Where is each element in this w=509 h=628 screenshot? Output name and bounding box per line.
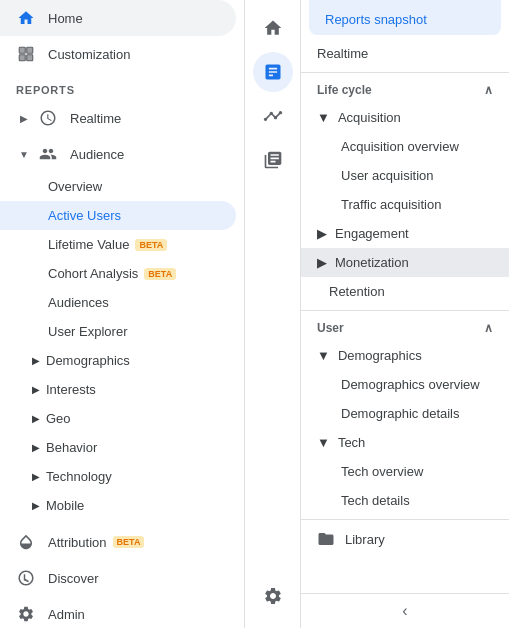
nav-lifetime-value[interactable]: Lifetime Value BETA bbox=[0, 230, 236, 259]
nav-technology[interactable]: ▶ Technology bbox=[0, 462, 236, 491]
geo-label: Geo bbox=[46, 411, 71, 426]
nav-overview[interactable]: Overview bbox=[0, 172, 236, 201]
lifecycle-collapse-icon[interactable]: ∧ bbox=[484, 83, 493, 97]
reports-section-label: REPORTS bbox=[0, 72, 244, 100]
cohort-analysis-beta: BETA bbox=[144, 268, 176, 280]
overview-label: Overview bbox=[48, 179, 102, 194]
library-label: Library bbox=[345, 532, 385, 547]
icon-bar-library[interactable] bbox=[253, 140, 293, 180]
behavior-label: Behavior bbox=[46, 440, 97, 455]
reports-snapshot-header: Reports snapshot bbox=[309, 0, 501, 35]
nav-user-explorer[interactable]: User Explorer bbox=[0, 317, 236, 346]
r-demographics[interactable]: ▼ Demographics bbox=[301, 341, 509, 370]
monetization-label: Monetization bbox=[335, 255, 409, 270]
nav-discover[interactable]: Discover bbox=[0, 560, 236, 596]
nav-audience[interactable]: ▼ Audience bbox=[0, 136, 236, 172]
audience-arrow-icon: ▼ bbox=[16, 146, 32, 162]
audiences-label: Audiences bbox=[48, 295, 109, 310]
realtime-arrow-icon: ▶ bbox=[16, 110, 32, 126]
demographics2-label: Demographics bbox=[338, 348, 422, 363]
nav-home[interactable]: Home bbox=[0, 0, 236, 36]
r-traffic-acquisition[interactable]: Traffic acquisition bbox=[301, 190, 509, 219]
r-user-section: User ∧ bbox=[301, 310, 509, 341]
r-back-button[interactable]: ‹ bbox=[301, 593, 509, 628]
r-tech-overview[interactable]: Tech overview bbox=[301, 457, 509, 486]
icon-bar-home[interactable] bbox=[253, 8, 293, 48]
technology-label: Technology bbox=[46, 469, 112, 484]
discover-label: Discover bbox=[48, 571, 99, 586]
active-users-label: Active Users bbox=[48, 208, 121, 223]
customization-icon bbox=[16, 44, 36, 64]
interests-arrow-icon: ▶ bbox=[32, 384, 40, 395]
r-tech[interactable]: ▼ Tech bbox=[301, 428, 509, 457]
lifetime-value-beta: BETA bbox=[135, 239, 167, 251]
tech-arrow-icon: ▼ bbox=[317, 435, 330, 450]
user-explorer-label: User Explorer bbox=[48, 324, 127, 339]
attribution-label: Attribution bbox=[48, 535, 107, 550]
tech-label: Tech bbox=[338, 435, 365, 450]
nav-admin[interactable]: Admin bbox=[0, 596, 236, 628]
monetization-arrow-icon: ▶ bbox=[317, 255, 327, 270]
demographics-label: Demographics bbox=[46, 353, 130, 368]
r-library[interactable]: Library bbox=[301, 519, 509, 558]
demographics-arrow-icon: ▶ bbox=[32, 355, 40, 366]
nav-audiences[interactable]: Audiences bbox=[0, 288, 236, 317]
attribution-icon bbox=[16, 532, 36, 552]
lifecycle-label: Life cycle bbox=[317, 83, 372, 97]
behavior-arrow-icon: ▶ bbox=[32, 442, 40, 453]
r-monetization[interactable]: ▶ Monetization bbox=[301, 248, 509, 277]
nav-customization[interactable]: Customization bbox=[0, 36, 236, 72]
r-realtime[interactable]: Realtime bbox=[301, 39, 509, 68]
r-engagement[interactable]: ▶ Engagement bbox=[301, 219, 509, 248]
customization-label: Customization bbox=[48, 47, 130, 62]
attribution-beta: BETA bbox=[113, 536, 145, 548]
user-collapse-icon[interactable]: ∧ bbox=[484, 321, 493, 335]
icon-bar-settings[interactable] bbox=[253, 576, 293, 616]
admin-icon bbox=[16, 604, 36, 624]
r-retention[interactable]: Retention bbox=[301, 277, 509, 306]
engagement-arrow-icon: ▶ bbox=[317, 226, 327, 241]
back-chevron-icon: ‹ bbox=[402, 602, 407, 620]
right-panel: Reports snapshot Realtime Life cycle ∧ ▼… bbox=[301, 0, 509, 628]
nav-behavior[interactable]: ▶ Behavior bbox=[0, 433, 236, 462]
r-acquisition-overview[interactable]: Acquisition overview bbox=[301, 132, 509, 161]
demographics2-arrow-icon: ▼ bbox=[317, 348, 330, 363]
home-label: Home bbox=[48, 11, 83, 26]
user-section-label: User bbox=[317, 321, 344, 335]
lifetime-value-label: Lifetime Value bbox=[48, 237, 129, 252]
library-folder-icon bbox=[317, 530, 335, 548]
acquisition-label: Acquisition bbox=[338, 110, 401, 125]
audience-label: Audience bbox=[70, 147, 124, 162]
realtime-label: Realtime bbox=[70, 111, 121, 126]
r-user-acquisition[interactable]: User acquisition bbox=[301, 161, 509, 190]
nav-cohort-analysis[interactable]: Cohort Analysis BETA bbox=[0, 259, 236, 288]
r-lifecycle-section: Life cycle ∧ bbox=[301, 72, 509, 103]
r-demographic-details[interactable]: Demographic details bbox=[301, 399, 509, 428]
geo-arrow-icon: ▶ bbox=[32, 413, 40, 424]
interests-label: Interests bbox=[46, 382, 96, 397]
acquisition-arrow-icon: ▼ bbox=[317, 110, 330, 125]
engagement-label: Engagement bbox=[335, 226, 409, 241]
icon-bar bbox=[245, 0, 301, 628]
home-icon bbox=[16, 8, 36, 28]
mobile-arrow-icon: ▶ bbox=[32, 500, 40, 511]
nav-geo[interactable]: ▶ Geo bbox=[0, 404, 236, 433]
left-nav: Home Customization REPORTS ▶ Realtime ▼ … bbox=[0, 0, 245, 628]
nav-attribution[interactable]: Attribution BETA bbox=[0, 524, 236, 560]
r-tech-details[interactable]: Tech details bbox=[301, 486, 509, 515]
audience-icon bbox=[38, 144, 58, 164]
nav-realtime[interactable]: ▶ Realtime bbox=[0, 100, 236, 136]
cohort-analysis-label: Cohort Analysis bbox=[48, 266, 138, 281]
realtime-icon bbox=[38, 108, 58, 128]
nav-demographics[interactable]: ▶ Demographics bbox=[0, 346, 236, 375]
mobile-label: Mobile bbox=[46, 498, 84, 513]
r-acquisition[interactable]: ▼ Acquisition bbox=[301, 103, 509, 132]
nav-mobile[interactable]: ▶ Mobile bbox=[0, 491, 236, 520]
icon-bar-analytics[interactable] bbox=[253, 96, 293, 136]
nav-active-users[interactable]: Active Users bbox=[0, 201, 236, 230]
discover-icon bbox=[16, 568, 36, 588]
icon-bar-reports[interactable] bbox=[253, 52, 293, 92]
r-demographics-overview[interactable]: Demographics overview bbox=[301, 370, 509, 399]
technology-arrow-icon: ▶ bbox=[32, 471, 40, 482]
nav-interests[interactable]: ▶ Interests bbox=[0, 375, 236, 404]
